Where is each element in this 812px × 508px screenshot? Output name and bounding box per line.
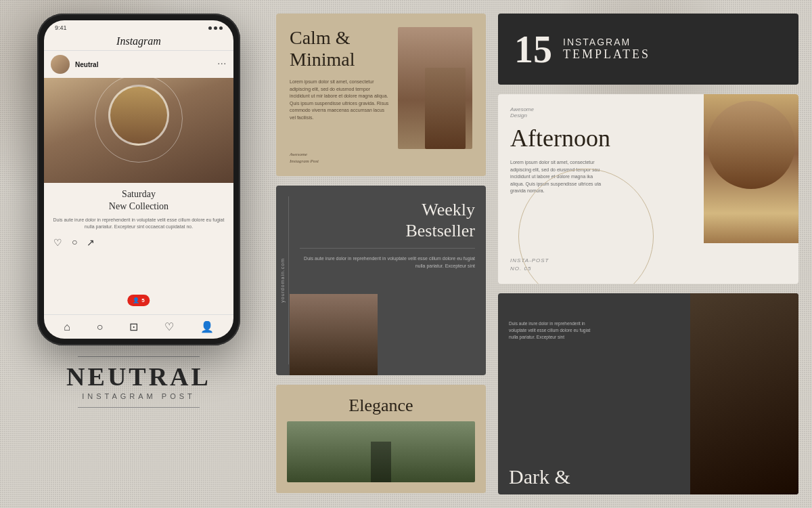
home-icon[interactable]: ⌂ bbox=[64, 321, 70, 333]
brand-divider-top bbox=[78, 356, 200, 357]
left-column: 9:41 Instagram Neutral ··· bbox=[14, 14, 264, 494]
card-weekly-title: WeeklyBestseller bbox=[300, 199, 475, 241]
phone-user-row: Neutral ··· bbox=[44, 51, 233, 78]
phone-post-image bbox=[44, 78, 233, 183]
badge-line1: INSTAGRAM bbox=[563, 37, 650, 47]
like-icon[interactable]: ♡ bbox=[164, 320, 174, 333]
card-elegance-image bbox=[287, 421, 475, 482]
card-afternoon-circle bbox=[707, 101, 795, 189]
card-elegance-title: Elegance bbox=[348, 396, 413, 416]
phone-time: 9:41 bbox=[55, 24, 67, 31]
card-badge: 15 INSTAGRAM TEMPLATES bbox=[498, 14, 798, 85]
brand-divider-bottom bbox=[78, 407, 200, 408]
card-afternoon-body: Lorem ipsum dolor sit amet, consectetur … bbox=[510, 159, 605, 195]
phone-signal bbox=[208, 26, 223, 30]
phone-more-icon[interactable]: ··· bbox=[218, 59, 227, 70]
card-dark-image bbox=[690, 293, 798, 494]
phone-post-desc: Duis aute irure dolor in reprehenderit i… bbox=[52, 217, 225, 230]
phone-notification-badge: 👤 5 bbox=[127, 295, 150, 306]
card-calm-footer-line2: Instagram Post bbox=[290, 158, 319, 164]
card-dark: Duis aute irure dolor in reprehenderit i… bbox=[498, 293, 798, 494]
card-weekly-divider-h bbox=[300, 248, 475, 249]
card-calm-footer-line1: Awesome bbox=[290, 152, 307, 157]
card-weekly-left: yourdomain.com bbox=[276, 186, 288, 375]
card-calm-image bbox=[398, 27, 472, 149]
phone-post-person bbox=[108, 85, 169, 146]
badge-number: 15 bbox=[514, 30, 552, 68]
badge-line2: TEMPLATES bbox=[563, 47, 650, 62]
card-dark-title: Dark & bbox=[509, 465, 570, 488]
card-calm-footer: Awesome Instagram Post bbox=[290, 152, 319, 165]
card-afternoon-post-num: INSTA-POSTNO. 05 bbox=[510, 257, 549, 273]
phone-mockup: 9:41 Instagram Neutral ··· bbox=[37, 14, 240, 345]
camera-icon[interactable]: ⊡ bbox=[129, 320, 138, 333]
middle-column: Calm &Minimal Lorem ipsum dolor sit amet… bbox=[276, 14, 486, 494]
notification-count: 5 bbox=[141, 297, 144, 303]
card-dark-body: Duis aute irure dolor in reprehenderit i… bbox=[509, 320, 595, 340]
card-weekly-bestseller: yourdomain.com WeeklyBestseller Duis aut… bbox=[276, 186, 486, 375]
card-calm-person bbox=[425, 68, 466, 149]
phone-post-caption: SaturdayNew Collection Duis aute irure d… bbox=[44, 183, 233, 233]
card-weekly-person bbox=[290, 294, 378, 375]
card-weekly-image bbox=[290, 294, 378, 375]
card-elegance-person bbox=[371, 442, 391, 482]
badge-text: INSTAGRAM TEMPLATES bbox=[563, 37, 650, 62]
right-column: 15 INSTAGRAM TEMPLATES AwesomeDesign Aft… bbox=[498, 14, 798, 494]
instagram-header: Instagram bbox=[44, 33, 233, 51]
card-elegance: Elegance bbox=[276, 385, 486, 493]
card-dark-left: Duis aute irure dolor in reprehenderit i… bbox=[498, 293, 606, 494]
card-calm-body: Lorem ipsum dolor sit amet, consectetur … bbox=[290, 79, 390, 121]
instagram-logo: Instagram bbox=[116, 35, 161, 47]
comment-icon[interactable]: ○ bbox=[72, 237, 77, 248]
card-weekly-vertical-text: yourdomain.com bbox=[280, 258, 285, 303]
phone-status-bar: 9:41 bbox=[44, 20, 233, 33]
phone-actions: ♡ ○ ↗ bbox=[44, 233, 233, 253]
card-weekly-body: Duis aute irure dolor in reprehenderit i… bbox=[300, 255, 475, 270]
phone-post-title: SaturdayNew Collection bbox=[52, 188, 225, 213]
phone-avatar bbox=[51, 55, 70, 74]
card-calm-minimal: Calm &Minimal Lorem ipsum dolor sit amet… bbox=[276, 14, 486, 176]
phone-screen: 9:41 Instagram Neutral ··· bbox=[44, 20, 233, 339]
card-afternoon: AwesomeDesign Afternoon Lorem ipsum dolo… bbox=[498, 94, 798, 284]
phone-nav-bar: ⌂ ○ ⊡ ♡ 👤 bbox=[44, 314, 233, 339]
search-icon[interactable]: ○ bbox=[97, 321, 104, 333]
heart-icon[interactable]: ♡ bbox=[53, 237, 62, 249]
phone-username: Neutral bbox=[75, 61, 212, 68]
card-calm-text: Calm &Minimal Lorem ipsum dolor sit amet… bbox=[290, 27, 390, 163]
brand-name: NEUTRAL bbox=[66, 364, 211, 389]
brand-label: NEUTRAL INSTAGRAM POST bbox=[66, 356, 211, 408]
card-dark-person bbox=[690, 293, 798, 494]
profile-icon[interactable]: 👤 bbox=[200, 320, 214, 333]
card-calm-title: Calm &Minimal bbox=[290, 27, 390, 70]
brand-subtitle: INSTAGRAM POST bbox=[66, 392, 211, 400]
notification-icon: 👤 bbox=[133, 297, 139, 303]
card-afternoon-image bbox=[704, 94, 798, 243]
main-layout: 9:41 Instagram Neutral ··· bbox=[0, 0, 812, 508]
share-icon[interactable]: ↗ bbox=[87, 237, 95, 249]
